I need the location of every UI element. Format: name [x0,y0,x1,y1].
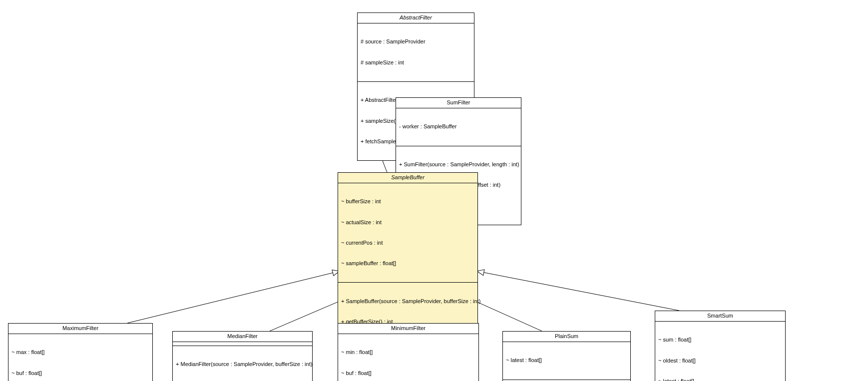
class-title: MinimumFilter [338,324,478,334]
class-attributes: ~ max : float[] ~ buf : float[] ~ oldest… [8,334,152,381]
class-attributes: ~ min : float[] ~ buf : float[] ~ oldest… [338,334,478,381]
class-attributes: ~ latest : float[] [503,342,630,380]
class-MaximumFilter: MaximumFilter ~ max : float[] ~ buf : fl… [8,323,153,381]
class-SmartSum: SmartSum ~ sum : float[] ~ oldest : floa… [655,311,786,381]
class-title: SumFilter [396,98,521,108]
class-PlainSum: PlainSum ~ latest : float[] - PlainSum(s… [502,331,631,381]
class-title: SampleBuffer [338,173,477,183]
class-attributes: ~ bufferSize : int ~ actualSize : int ~ … [338,183,477,283]
class-title: AbstractFilter [358,13,474,23]
class-title: MaximumFilter [8,324,152,334]
class-attributes: ~ sum : float[] ~ oldest : float[] ~ lat… [655,322,785,381]
class-attributes [173,342,312,346]
class-title: SmartSum [655,311,785,322]
class-operations: + MedianFilter(source : SampleProvider, … [173,346,312,381]
class-title: MedianFilter [173,332,312,342]
class-MedianFilter: MedianFilter + MedianFilter(source : Sam… [172,331,313,381]
class-attributes: - worker : SampleBuffer [396,108,521,146]
class-title: PlainSum [503,332,630,342]
class-attributes: # source : SampleProvider # sampleSize :… [358,23,474,82]
class-MinimumFilter: MinimumFilter ~ min : float[] ~ buf : fl… [338,323,479,381]
